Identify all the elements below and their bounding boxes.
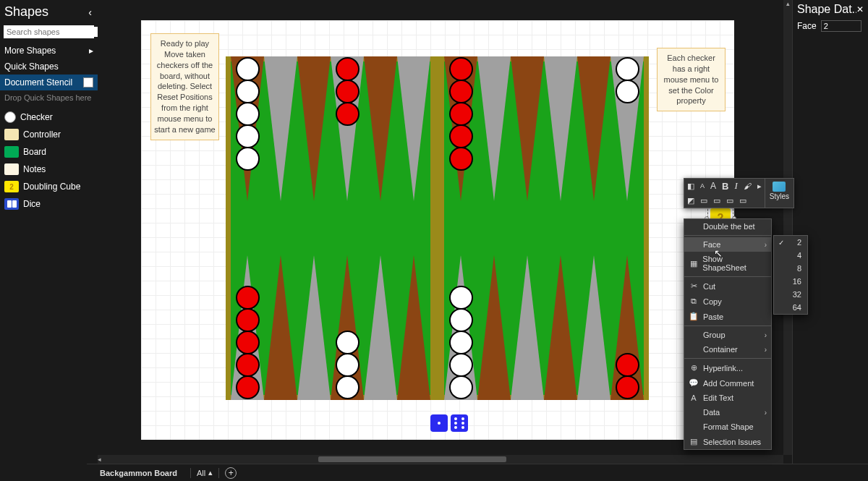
styles-button[interactable]: Styles: [765, 179, 793, 208]
backgammon-board[interactable]: [226, 56, 649, 400]
dice-pair[interactable]: [430, 414, 468, 432]
face-option[interactable]: 32: [774, 288, 807, 301]
bold-button[interactable]: B: [719, 181, 731, 192]
context-menu-item[interactable]: Group›: [684, 328, 771, 342]
checker-stack[interactable]: [231, 58, 264, 170]
note-instructions[interactable]: Ready to playMove taken checkers off the…: [150, 33, 219, 140]
checker[interactable]: [336, 331, 359, 354]
stencil-item[interactable]: Checker: [0, 108, 98, 126]
context-menu-item[interactable]: AEdit Text: [684, 391, 771, 405]
note-checker-hint[interactable]: Each checker has a right mouse menu to s…: [657, 48, 726, 111]
checker[interactable]: [236, 102, 260, 126]
font-size-down[interactable]: A: [697, 182, 707, 190]
prop-face-input[interactable]: [821, 20, 861, 32]
checker[interactable]: [449, 308, 473, 332]
checker-stack[interactable]: [610, 58, 644, 103]
context-menu-item[interactable]: Data›: [684, 405, 771, 420]
shapes-search[interactable]: ▾ 🔍: [4, 25, 94, 38]
line-color-icon[interactable]: ◩: [684, 196, 697, 205]
collapse-shapes-icon[interactable]: ‹: [88, 7, 92, 18]
align-icon[interactable]: ▭: [697, 196, 710, 205]
checker[interactable]: [336, 353, 359, 377]
checker[interactable]: [336, 375, 359, 399]
face-option[interactable]: 16: [774, 275, 807, 288]
checker[interactable]: [336, 80, 359, 103]
context-menu-item[interactable]: Face›: [684, 237, 771, 252]
page-tab[interactable]: Backgammon Board: [93, 467, 184, 480]
face-submenu[interactable]: 248163264: [773, 235, 808, 315]
checker[interactable]: [449, 80, 473, 103]
fill-color-icon[interactable]: ◧: [684, 182, 697, 191]
stencil-item[interactable]: 2Doubling Cube: [0, 178, 98, 195]
checker[interactable]: [449, 375, 473, 399]
more-shapes-row[interactable]: More Shapes ▸: [0, 43, 98, 59]
checker[interactable]: [236, 124, 260, 148]
checker[interactable]: [616, 353, 639, 377]
die-1[interactable]: [430, 414, 448, 432]
send-back-icon[interactable]: ▭: [736, 196, 749, 205]
stencil-item[interactable]: Controller: [0, 126, 98, 143]
face-option[interactable]: 2: [774, 236, 807, 249]
checker-stack[interactable]: [331, 58, 364, 125]
all-pages-button[interactable]: All ▴: [197, 468, 213, 477]
checker[interactable]: [236, 286, 260, 310]
context-menu-item[interactable]: 💬Add Comment: [684, 375, 771, 391]
context-menu-item[interactable]: ⧉Copy: [684, 294, 771, 309]
arrange-icon[interactable]: ▭: [710, 196, 723, 205]
add-page-button[interactable]: +: [225, 467, 237, 479]
checker[interactable]: [236, 331, 260, 354]
context-menu-item[interactable]: ✂Cut: [684, 278, 771, 294]
vertical-scrollbar[interactable]: ▴: [783, 0, 792, 455]
checker-stack[interactable]: [331, 331, 364, 399]
search-input[interactable]: [4, 27, 109, 37]
mini-toolbar[interactable]: ◧ A A B I 🖌 ▸ ◩ ▭ ▭ ▭ ▭ Styles: [684, 178, 794, 208]
italic-button[interactable]: I: [731, 180, 740, 192]
checker[interactable]: [236, 57, 260, 81]
context-menu-item[interactable]: ⊕Hyperlink...: [684, 360, 771, 375]
drawing-canvas[interactable]: Ready to playMove taken checkers off the…: [98, 0, 792, 481]
checker[interactable]: [336, 57, 359, 81]
context-menu-item[interactable]: ▦Show ShapeSheet: [684, 252, 771, 275]
drawing-page[interactable]: Ready to playMove taken checkers off the…: [141, 20, 734, 440]
checker[interactable]: [616, 375, 639, 399]
context-menu-item[interactable]: Double the bet: [684, 219, 771, 234]
checker[interactable]: [449, 331, 473, 354]
checker-stack[interactable]: [231, 286, 264, 399]
checker[interactable]: [236, 308, 260, 332]
checker[interactable]: [616, 57, 639, 81]
stencil-item[interactable]: Notes: [0, 161, 98, 178]
checker[interactable]: [236, 147, 260, 171]
checker[interactable]: [449, 102, 473, 126]
context-menu-item[interactable]: ▤Selection Issues: [684, 434, 771, 449]
checker[interactable]: [449, 147, 473, 171]
checker-stack[interactable]: [444, 58, 477, 170]
format-painter-icon[interactable]: 🖌: [741, 182, 754, 190]
font-size-up[interactable]: A: [707, 181, 719, 191]
die-2[interactable]: [451, 414, 468, 432]
checker[interactable]: [449, 353, 473, 377]
document-stencil-row[interactable]: Document Stencil: [0, 75, 98, 90]
face-option[interactable]: 4: [774, 249, 807, 262]
bring-front-icon[interactable]: ▭: [723, 196, 736, 205]
stencil-item[interactable]: Dice: [0, 195, 98, 213]
pointer-tool-icon[interactable]: ▸: [754, 182, 765, 191]
face-option[interactable]: 8: [774, 262, 807, 275]
checker[interactable]: [336, 102, 359, 126]
close-icon[interactable]: ✕: [856, 4, 864, 14]
checker-stack[interactable]: [610, 354, 644, 399]
checker[interactable]: [449, 124, 473, 148]
checker[interactable]: [236, 353, 260, 377]
stencil-item[interactable]: Board: [0, 143, 98, 161]
checker[interactable]: [449, 286, 473, 310]
checker[interactable]: [449, 57, 473, 81]
context-menu-item[interactable]: Container›: [684, 342, 771, 357]
checker[interactable]: [236, 80, 260, 103]
checker[interactable]: [236, 375, 260, 399]
context-menu-item[interactable]: Format Shape: [684, 420, 771, 434]
checker-stack[interactable]: [444, 286, 477, 399]
checker[interactable]: [616, 80, 639, 103]
context-menu[interactable]: Double the betFace›▦Show ShapeSheet✂Cut⧉…: [684, 218, 772, 450]
drop-quick-shapes-area[interactable]: Drop Quick Shapes here: [0, 90, 98, 106]
horizontal-scrollbar[interactable]: ◂: [98, 455, 783, 464]
quick-shapes-row[interactable]: Quick Shapes: [0, 59, 98, 75]
